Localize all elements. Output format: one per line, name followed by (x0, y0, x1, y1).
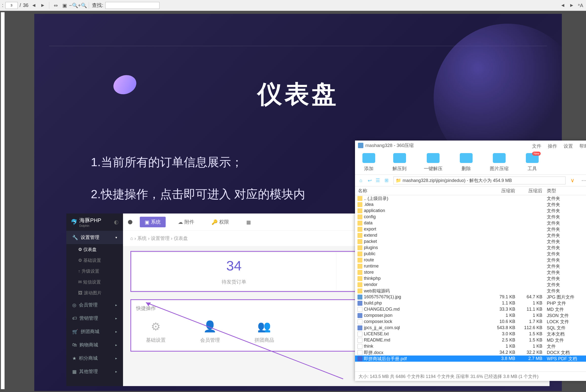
file-row[interactable]: vendor文件夹 (355, 282, 586, 288)
fit-width-icon[interactable]: ⇔ (52, 2, 59, 9)
file-name: route (364, 258, 488, 262)
file-row[interactable]: plugins文件夹 (355, 244, 586, 251)
sidebar-sub-basic[interactable]: ⚙ 基础设置 (66, 255, 123, 266)
path-input[interactable]: 📁 mashang328.zip\jipin(pindeduo) - 解包大小为… (394, 176, 566, 184)
zoom-out-icon[interactable]: −🔍 (70, 2, 77, 9)
file-row[interactable]: web前端源码文件夹 (355, 288, 586, 294)
file-icon (358, 338, 362, 343)
file-row[interactable]: store文件夹 (355, 269, 586, 276)
file-row[interactable]: packet文件夹 (355, 238, 586, 244)
tool-oneclick-button[interactable]: 一键解压 (424, 153, 442, 172)
file-name: config (364, 214, 488, 220)
sidebar-sub-dashboard[interactable]: ⚙ 仪表盘 (66, 244, 123, 255)
file-type: 文件夹 (542, 214, 586, 220)
topbar-auth-button[interactable]: 🔑权限 (206, 217, 234, 227)
sidebar-sub-sms[interactable]: ✉ 短信设置 (66, 276, 123, 288)
file-name: .idea (364, 202, 488, 207)
menu-help[interactable]: 帮助 (579, 143, 586, 150)
sidebar-sub-slider[interactable]: 🖼 滚动图片 (66, 288, 123, 298)
prev-page-icon[interactable]: ◄ (30, 2, 37, 9)
file-name: web前端源码 (364, 288, 488, 294)
file-row[interactable]: 即拼商城后台手册.pdf3.8 MB2.7 MBWPS PDF 文档 (355, 356, 586, 362)
sidebar-item-shop[interactable]: 🛍购物商城▸ (66, 338, 123, 352)
file-row[interactable]: extend文件夹 (355, 232, 586, 238)
tool-toolbox-button[interactable]: New工具 (526, 153, 539, 172)
dashboard-sidebar: 🐬 海豚PHP Dolphin ◐ 🔧 设置管理 ▾ ⚙ 仪表盘 ⚙ 基础设置 … (66, 214, 123, 386)
tool-compress-button[interactable]: 图片压缩 (490, 153, 508, 172)
menu-file[interactable]: 文件 (532, 143, 542, 150)
zoom-in-icon[interactable]: +🔍 (79, 2, 86, 9)
add-icon (362, 153, 375, 163)
next-page-icon[interactable]: ► (39, 2, 46, 9)
file-row[interactable]: application文件夹 (355, 208, 586, 214)
file-icon (358, 332, 362, 336)
file-row[interactable]: build.php1.1 KB1 KBPHP 文件 (355, 300, 586, 306)
file-row[interactable]: runtime文件夹 (355, 263, 586, 269)
header-before[interactable]: 压缩前 (488, 188, 515, 194)
file-row[interactable]: config文件夹 (355, 214, 586, 220)
file-row[interactable]: jpcs_jj_ai_com.sql543.8 KB112.6 KBSQL 文件 (355, 325, 586, 331)
sidebar-sub-upgrade[interactable]: ↑ 升级设置 (66, 266, 123, 276)
nav-back-icon[interactable]: ↩ (367, 178, 373, 184)
tool-extract-button[interactable]: 解压到 (392, 153, 406, 172)
path-more-icon[interactable]: ⋯ (579, 177, 586, 184)
page-number-input[interactable] (6, 2, 18, 9)
sidebar-item-member[interactable]: ◎会员管理▸ (66, 298, 123, 312)
file-type: SQL 文件 (542, 325, 586, 331)
file-row[interactable]: composer.json1 KB1 KBJSON 文件 (355, 312, 586, 318)
quick-item-group[interactable]: 👥拼团商品 (254, 319, 274, 344)
gear-icon: ⚙ (148, 319, 163, 334)
header-type[interactable]: 类型 (542, 188, 586, 194)
file-row[interactable]: composer.lock10.6 KB1.7 KBLOCK 文件 (355, 318, 586, 325)
file-row[interactable]: export文件夹 (355, 226, 586, 232)
file-row[interactable]: CHANGELOG.md33.3 KB11.1 KBMD 文件 (355, 306, 586, 312)
sidebar-item-groupbuy[interactable]: 🛒拼团商城▸ (66, 325, 123, 338)
tool-add-button[interactable]: 添加 (362, 153, 375, 172)
search-input[interactable] (105, 2, 160, 9)
file-type: 文本文档 (542, 331, 586, 337)
file-size-after: 32.2 KB (515, 350, 542, 355)
file-size-before: 33.3 KB (488, 307, 515, 312)
header-after[interactable]: 压缩后 (515, 188, 542, 194)
folder-icon (358, 227, 362, 232)
fit-page-icon[interactable]: ▣ (61, 2, 68, 9)
quick-item-member[interactable]: 👤会员管理 (200, 319, 220, 344)
menu-settings[interactable]: 设置 (564, 143, 573, 150)
file-row[interactable]: .idea文件夹 (355, 202, 586, 208)
file-row[interactable]: README.md2.5 KB1.5 KBMD 文件 (355, 337, 586, 343)
view-list-icon[interactable]: ☰ (376, 178, 382, 184)
file-name: build.php (364, 300, 488, 306)
sidebar-item-points[interactable]: ★积分商城▸ (66, 352, 123, 365)
quick-item-basic[interactable]: ⚙基础设置 (146, 319, 166, 344)
sidebar-item-marketing[interactable]: 🏷营销管理▸ (66, 312, 123, 325)
file-name: jpcs_jj_ai_com.sql (364, 325, 488, 330)
path-dropdown-icon[interactable]: ∨ (568, 177, 576, 184)
view-detail-icon[interactable]: ⊞ (384, 178, 390, 184)
tool-delete-button[interactable]: 删除 (460, 153, 472, 172)
file-row[interactable]: public文件夹 (355, 251, 586, 257)
text-size-icon[interactable]: ᵃA (577, 2, 584, 9)
php-icon (358, 326, 362, 330)
menu-operation[interactable]: 操作 (548, 143, 557, 150)
topbar-grid-button[interactable]: ▦ (241, 217, 256, 227)
header-name[interactable]: 名称 (355, 188, 488, 194)
dashboard-card-pending[interactable]: 34 待发货订单 (132, 253, 336, 290)
search-prev-icon[interactable]: ◄ (559, 2, 566, 9)
file-size-after: 1.5 KB (515, 338, 542, 343)
sidebar-item-other[interactable]: ▦其他管理▸ (66, 365, 123, 378)
search-next-icon[interactable]: ► (568, 2, 575, 9)
file-row[interactable]: data文件夹 (355, 220, 586, 226)
file-row[interactable]: 即拼.docx34.2 KB32.2 KBDOCX 文档 (355, 349, 586, 356)
sidebar-item-settings[interactable]: 🔧 设置管理 ▾ (66, 231, 123, 244)
theme-toggle-icon[interactable] (128, 220, 132, 224)
nav-up-icon[interactable]: ⌂ (358, 178, 364, 184)
file-row[interactable]: LICENSE.txt3.0 KB1.5 KB文本文档 (355, 331, 586, 337)
topbar-system-button[interactable]: ▣系统 (140, 217, 166, 227)
file-row[interactable]: 1605757679(1).jpg79.1 KB64.7 KBJPG 图片文件 (355, 294, 586, 300)
file-type: 文件夹 (542, 232, 586, 238)
topbar-attach-button[interactable]: ☁附件 (173, 217, 199, 227)
file-row[interactable]: thinkphp文件夹 (355, 276, 586, 282)
file-row[interactable]: .. (上级目录)文件夹 (355, 195, 586, 202)
file-row[interactable]: route文件夹 (355, 257, 586, 263)
file-row[interactable]: think1 KB1 KB文件 (355, 343, 586, 349)
